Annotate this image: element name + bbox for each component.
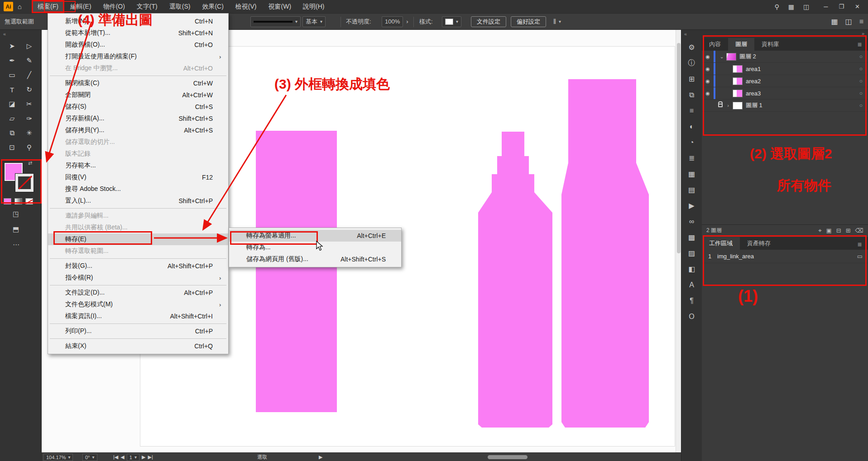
panel-tab[interactable]: 圖層 — [728, 38, 754, 51]
stroke-width-dropdown[interactable]: ▾ — [250, 16, 301, 27]
search-icon[interactable]: ⚲ — [774, 3, 779, 10]
layer-row[interactable]: ◉ area3 ○ — [702, 87, 868, 100]
shape-area2-bottle[interactable] — [478, 132, 552, 428]
layers-action-icon[interactable]: ⌫ — [855, 227, 863, 234]
artboard-nav-dropdown[interactable]: 1▾ — [127, 454, 139, 461]
visibility-eye-icon[interactable]: ◉ — [702, 66, 714, 72]
file-menu-item[interactable]: 另存新檔(A)... Shift+Ctrl+S › — [48, 113, 228, 124]
layer-thumbnail[interactable] — [733, 90, 743, 97]
menubar-item[interactable]: 視窗(W) — [263, 0, 297, 13]
file-menu-item[interactable]: › — [48, 322, 228, 325]
opacity-panel-chevron-icon[interactable]: › — [406, 18, 408, 25]
layer-thumbnail[interactable] — [733, 102, 743, 109]
tool-button[interactable]: ⚲ — [21, 140, 38, 155]
layer-row[interactable]: ◉ 圖層 1 ○ — [702, 100, 868, 112]
controlbar-icon[interactable]: ◫ — [845, 14, 852, 29]
minimize-button[interactable]: ─ — [818, 3, 833, 10]
tool-button[interactable]: ✳ — [21, 126, 38, 140]
panel-tab[interactable]: 資料庫 — [754, 38, 786, 51]
layers-action-icon[interactable]: ⊟ — [836, 227, 841, 234]
zoom-level-dropdown[interactable]: 104.17%▾ — [43, 454, 73, 461]
prev-artboard-icon[interactable]: ◀ — [120, 454, 124, 460]
shape-area3-bottle[interactable] — [561, 79, 649, 428]
rotation-dropdown[interactable]: 0°▾ — [82, 454, 97, 461]
file-menu-item[interactable]: 關閉檔案(C) Ctrl+W › — [48, 77, 228, 89]
panel-icon[interactable]: ⧉ — [681, 87, 702, 103]
file-menu-item[interactable]: 儲存拷貝(Y)... Alt+Ctrl+S › — [48, 124, 228, 136]
file-menu-item[interactable]: › — [48, 74, 228, 77]
panel-menu-icon[interactable]: ≡ — [858, 241, 866, 249]
file-menu-item[interactable]: 搜尋 Adobe Stock... › — [48, 183, 228, 195]
target-circle-icon[interactable]: ○ — [859, 78, 863, 84]
artboard-symbol-icon[interactable]: ▭ — [857, 253, 863, 260]
visibility-eye-icon[interactable]: ◉ — [702, 78, 714, 84]
panel-icon[interactable]: ⓘ — [681, 55, 702, 71]
tool-button[interactable]: ✎ — [21, 53, 38, 68]
status-play-icon[interactable]: ▶ — [319, 453, 322, 461]
draw-mode-icon[interactable]: ◳ — [13, 210, 19, 218]
file-menu-item[interactable]: 文件設定(D)... Alt+Ctrl+P › — [48, 287, 228, 299]
file-menu-item[interactable]: › — [48, 284, 228, 287]
file-menu-item[interactable]: 回復(V) F12 › — [48, 171, 228, 183]
tool-button[interactable]: ✑ — [21, 111, 38, 126]
none-mode-icon[interactable] — [25, 198, 33, 204]
restore-button[interactable]: ❐ — [833, 3, 849, 10]
stroke-color-swatch[interactable] — [15, 174, 34, 192]
visibility-eye-icon[interactable]: ◉ — [702, 54, 714, 60]
panel-icon[interactable]: ¶ — [681, 293, 702, 309]
target-circle-icon[interactable]: ○ — [859, 53, 863, 60]
panel-tab[interactable]: 內容 — [702, 38, 728, 51]
file-menu-item[interactable]: › — [48, 257, 228, 260]
file-menu-item[interactable]: › — [48, 207, 228, 210]
panel-icon[interactable]: ▤ — [681, 182, 702, 198]
tool-button[interactable]: ◪ — [4, 97, 21, 111]
tool-button[interactable]: ⧉ — [4, 126, 21, 140]
vertical-scrollbar-thumb[interactable] — [677, 43, 681, 253]
file-menu-item[interactable]: 結束(X) Ctrl+Q › — [48, 340, 228, 352]
preferences-button[interactable]: 偏好設定 — [511, 16, 546, 27]
tool-button[interactable]: ⊡ — [4, 140, 21, 155]
tool-button[interactable]: ▭ — [4, 68, 21, 82]
panel-icon[interactable]: ≣ — [681, 150, 702, 166]
expand-chevron-icon[interactable] — [724, 103, 732, 108]
expand-chevron-icon[interactable] — [718, 54, 725, 60]
tool-button[interactable]: T — [4, 82, 21, 97]
opacity-value-dropdown[interactable]: 100% — [382, 16, 403, 27]
panel-icon[interactable]: ∞ — [681, 214, 702, 229]
last-artboard-icon[interactable]: ▶| — [148, 454, 153, 460]
file-menu-item[interactable]: 另存範本... › — [48, 160, 228, 171]
file-menu-item[interactable]: 版本記錄 › — [48, 148, 228, 160]
swap-fill-stroke-icon[interactable]: ⇄ — [28, 160, 32, 166]
vertical-scrollbar[interactable] — [676, 30, 681, 452]
target-circle-icon[interactable]: ○ — [859, 66, 863, 72]
tool-button[interactable]: ╱ — [21, 68, 38, 82]
panel-menu-icon[interactable]: ≡ — [858, 41, 866, 49]
layer-row[interactable]: ◉ 圖層 2 ○ — [702, 51, 868, 63]
panel-icon[interactable]: A — [681, 277, 702, 293]
tool-button[interactable]: ✂ — [21, 97, 38, 111]
layer-row[interactable]: ◉ area1 ○ — [702, 63, 868, 75]
menubar-item[interactable]: 檢視(V) — [230, 0, 263, 13]
panel-icon[interactable]: ▦ — [681, 166, 702, 182]
panel-icon[interactable]: ◧ — [681, 261, 702, 277]
panel-icon[interactable]: ▶ — [681, 198, 702, 214]
target-circle-icon[interactable]: ○ — [859, 90, 863, 96]
layers-action-icon[interactable]: ⌖ — [818, 227, 821, 234]
layer-thumbnail[interactable] — [733, 65, 743, 73]
next-artboard-icon[interactable]: ▶ — [142, 454, 145, 460]
tool-button[interactable]: ▷ — [21, 39, 38, 53]
horizontal-scrollbar-thumb[interactable] — [488, 455, 528, 459]
file-menu-item[interactable]: 封裝(G)... Alt+Shift+Ctrl+P › — [48, 260, 228, 272]
file-menu-item[interactable]: 檔案資訊(I)... Alt+Shift+Ctrl+I › — [48, 310, 228, 322]
controlbar-icon[interactable]: ▦ — [831, 14, 838, 29]
file-menu-item[interactable]: 在 Bridge 中瀏覽... Alt+Ctrl+O › — [48, 62, 228, 74]
panel-icon[interactable]: ▩ — [681, 229, 702, 245]
file-menu-item[interactable]: 列印(P)... Ctrl+P › — [48, 325, 228, 337]
file-menu-item[interactable]: 儲存(S) Ctrl+S › — [48, 101, 228, 113]
file-menu-item[interactable]: 邀請參與編輯... › — [48, 210, 228, 222]
file-menu-item[interactable]: 文件色彩模式(M) › — [48, 299, 228, 310]
artboard-row[interactable]: 1 img_link_area ▭ — [702, 250, 868, 263]
file-menu-item[interactable]: 轉存(E) › — [48, 233, 228, 245]
menubar-item[interactable]: 說明(H) — [297, 0, 330, 13]
menubar-item[interactable]: 檔案(F) — [32, 0, 64, 13]
